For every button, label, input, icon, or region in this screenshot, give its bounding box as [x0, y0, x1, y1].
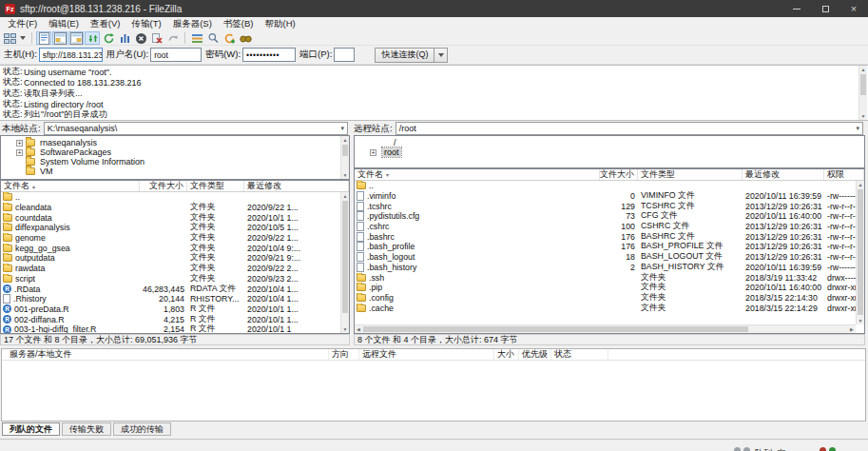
local-file-row[interactable]: countdata 文件夹 2020/10/1 1... — [1, 212, 340, 223]
toggle-transfer-queue-icon[interactable] — [85, 31, 100, 45]
column-header-modified[interactable]: 最近修改 — [244, 181, 349, 191]
column-header-filetype[interactable]: 文件类型 — [638, 169, 743, 180]
local-tree-item[interactable]: + SoftwarePackages — [1, 147, 349, 157]
remote-file-row[interactable]: .pip 文件夹 2020/10/11 16:40:00 drwxr-xr-x — [355, 283, 856, 293]
tree-expander-icon[interactable]: + — [16, 140, 23, 147]
local-list-scrollbar[interactable]: ▲ ▼ — [340, 192, 349, 333]
toggle-local-tree-icon[interactable] — [52, 31, 68, 45]
local-file-row[interactable]: .Rhistory 20,144 RHISTORY... 2020/10/4 1… — [1, 294, 340, 304]
local-file-row[interactable]: script 文件夹 2020/9/23 2... — [1, 274, 340, 284]
log-scrollbar[interactable]: ▲ ▼ — [858, 66, 867, 120]
remote-site-combo[interactable]: /root▾ — [395, 122, 863, 135]
local-file-row[interactable]: cleandata 文件夹 2020/9/22 1... — [1, 203, 340, 213]
scroll-right-icon[interactable]: ▶ — [848, 325, 856, 333]
reconnect-icon[interactable] — [165, 31, 181, 45]
disconnect-icon[interactable] — [149, 31, 164, 45]
local-file-row[interactable]: 002-diffana.R 4,215 R 文件 2020/10/1 1... — [1, 314, 340, 324]
local-file-row[interactable]: rawdata 文件夹 2020/9/22 2... — [1, 264, 340, 274]
toggle-message-log-icon[interactable] — [36, 31, 51, 45]
tab-successful-transfers[interactable]: 成功的传输 — [113, 422, 171, 436]
local-file-row[interactable]: .. — [1, 192, 340, 203]
local-file-row[interactable]: kegg_go_gsea 文件夹 2020/10/4 9:... — [1, 243, 340, 253]
local-file-row[interactable]: .RData 46,283,445 RDATA 文件 2020/10/4 1..… — [1, 284, 340, 294]
synchronized-browsing-icon[interactable] — [222, 31, 237, 45]
local-site-combo[interactable]: K:\rnaseqanalysis\▾ — [44, 122, 348, 135]
column-header-filename[interactable]: 文件名 — [1, 181, 140, 191]
scroll-left-icon[interactable]: ◀ — [355, 325, 362, 333]
scroll-down-icon[interactable]: ▼ — [341, 325, 349, 333]
remote-file-row[interactable]: .ssh 文件夹 2018/3/19 11:33:42 drwx------ — [355, 272, 856, 283]
remote-file-row[interactable]: .bashrc 176 BASHRC 文件 2013/12/29 10:26:3… — [355, 231, 856, 242]
quickconnect-button[interactable]: 快速连接(Q) — [375, 48, 434, 63]
host-input[interactable]: sftp://188.131.238 — [39, 48, 103, 62]
menu-item-server[interactable]: 服务器(S) — [167, 17, 218, 31]
tree-expander-icon[interactable]: + — [16, 149, 23, 156]
column-header-permissions[interactable]: 权限 — [824, 169, 864, 180]
local-tree-item[interactable]: + rnaseqanalysis — [1, 138, 349, 147]
local-file-row[interactable]: 003-1-hqi-diffq_filter.R 2,154 R 文件 2020… — [1, 324, 340, 333]
remote-list-hscrollbar[interactable]: ◀ ▶ — [355, 324, 856, 333]
column-header-filename[interactable]: 文件名 — [355, 169, 600, 180]
queue-col-status[interactable]: 状态 — [551, 349, 608, 360]
quickconnect-dropdown-icon[interactable] — [434, 48, 448, 63]
cancel-operation-icon[interactable] — [133, 31, 148, 45]
scroll-up-icon[interactable]: ▲ — [341, 192, 349, 200]
refresh-icon[interactable] — [101, 31, 116, 45]
scroll-up-icon[interactable]: ▲ — [859, 66, 867, 73]
remote-tree-item[interactable]: + root — [355, 147, 864, 157]
remote-file-row[interactable]: .tcshrc 129 TCSHRC 文件 2013/12/29 10:26:3… — [355, 201, 856, 211]
site-manager-dropdown-icon[interactable] — [20, 36, 26, 40]
queue-col-remote-file[interactable]: 远程文件 — [359, 349, 494, 360]
remote-file-row[interactable]: .bash_history 2 BASH_HISTORY 文件 2020/10/… — [355, 263, 856, 273]
local-file-row[interactable]: 001-preData.R 1,803 R 文件 2020/10/1 1... — [1, 304, 340, 315]
directory-comparison-icon[interactable] — [205, 31, 221, 45]
scroll-up-icon[interactable]: ▲ — [857, 181, 864, 188]
scrollbar-thumb[interactable] — [860, 74, 866, 95]
site-manager-icon[interactable] — [2, 31, 17, 45]
tab-failed-transfers[interactable]: 传输失败 — [62, 422, 111, 436]
remote-list-vscrollbar[interactable]: ▲ ▼ — [856, 181, 864, 324]
queue-col-server-local-file[interactable]: 服务器/本地文件 — [2, 349, 329, 360]
local-file-row[interactable]: outputdata 文件夹 2020/9/21 9:... — [1, 253, 340, 264]
local-tree-item[interactable]: VM — [1, 167, 349, 176]
local-file-row[interactable]: genome 文件夹 2020/9/22 1... — [1, 233, 340, 244]
column-header-filesize[interactable]: 文件大小 — [140, 181, 187, 191]
username-input[interactable]: root — [150, 48, 202, 62]
menu-item-edit[interactable]: 编辑(E) — [43, 17, 85, 31]
remote-file-row[interactable]: .cache 文件夹 2018/3/15 22:14:29 drwxr-xr-x — [355, 303, 856, 313]
scroll-down-icon[interactable]: ▼ — [857, 317, 864, 324]
remote-file-row[interactable]: .bash_profile 176 BASH_PROFILE 文件 2013/1… — [355, 242, 856, 252]
remote-tree-item[interactable]: / — [355, 138, 864, 147]
close-button[interactable]: × — [839, 0, 868, 17]
queue-col-direction[interactable]: 方向 — [329, 349, 359, 360]
queue-col-priority[interactable]: 优先级 — [519, 349, 551, 360]
toggle-remote-tree-icon[interactable] — [68, 31, 84, 45]
tab-queued-files[interactable]: 列队的文件 — [2, 422, 60, 436]
remote-file-row[interactable]: .bash_logout 18 BASH_LOGOUT 文件 2013/12/2… — [355, 252, 856, 263]
menu-item-bookmarks[interactable]: 书签(B) — [218, 17, 260, 31]
remote-file-row[interactable]: .pydistutils.cfg 73 CFG 文件 2020/10/11 16… — [355, 211, 856, 222]
password-input[interactable]: •••••••••• — [242, 48, 296, 62]
local-file-row[interactable]: diffexpanalysis 文件夹 2020/10/5 1... — [1, 223, 340, 233]
remote-file-row[interactable]: .config 文件夹 2018/3/15 22:14:30 drwxr-xr-… — [355, 293, 856, 304]
scroll-down-icon[interactable]: ▼ — [859, 112, 867, 120]
column-header-filetype[interactable]: 文件类型 — [187, 181, 244, 191]
process-queue-icon[interactable] — [117, 31, 132, 45]
scrollbar-thumb[interactable] — [342, 145, 348, 156]
local-tree-scrollbar[interactable]: ▲ ▼ — [340, 136, 349, 179]
maximize-button[interactable] — [811, 0, 839, 17]
remote-file-row[interactable]: .cshrc 100 CSHRC 文件 2013/12/29 10:26:31 … — [355, 222, 856, 232]
directory-filter-icon[interactable] — [189, 31, 204, 45]
tree-expander-icon[interactable]: + — [370, 149, 376, 156]
find-files-icon[interactable] — [238, 31, 253, 45]
remote-file-row[interactable]: .viminfo 0 VIMINFO 文件 2020/10/11 16:39:5… — [355, 191, 856, 202]
local-tree-item[interactable]: System Volume Information — [1, 157, 349, 167]
menu-item-transfer[interactable]: 传输(T) — [125, 17, 166, 31]
queue-col-size[interactable]: 大小 — [494, 349, 519, 360]
scrollbar-thumb[interactable] — [342, 201, 348, 313]
column-header-filesize[interactable]: 文件大小 — [600, 169, 638, 180]
minimize-button[interactable] — [782, 0, 811, 17]
port-input[interactable] — [334, 48, 355, 62]
menu-item-view[interactable]: 查看(V) — [85, 17, 126, 31]
scroll-down-icon[interactable]: ▼ — [341, 171, 349, 179]
